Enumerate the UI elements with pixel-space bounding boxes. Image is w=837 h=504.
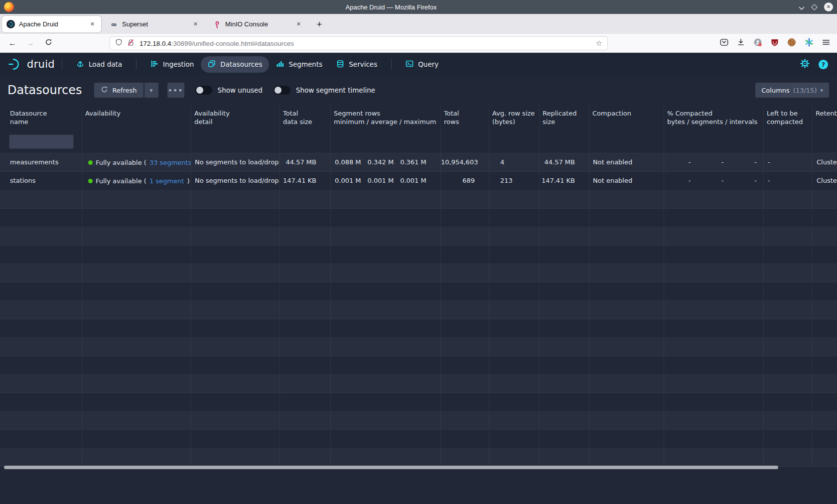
- segments-link[interactable]: 33 segments: [149, 159, 191, 166]
- cell-replicated_size: [540, 375, 589, 392]
- column-header-retention[interactable]: Retention: [813, 105, 837, 130]
- url-bar[interactable]: 172.18.0.4:30899/unified-console.html#da…: [110, 36, 608, 50]
- cell-retention: [813, 430, 837, 448]
- cell-availability_detail: [191, 448, 280, 466]
- insecure-lock-icon[interactable]: [127, 39, 135, 48]
- table-row-empty: [0, 393, 837, 411]
- header-line1: Replicated: [543, 109, 586, 118]
- url-text[interactable]: 172.18.0.4:30899/unified-console.html#da…: [140, 40, 596, 47]
- show-unused-label: Show unused: [218, 86, 263, 94]
- colorful-extension-icon[interactable]: [805, 38, 814, 49]
- value: -: [730, 172, 763, 190]
- column-header-datasource[interactable]: Datasourcename: [0, 105, 82, 130]
- column-header-compaction[interactable]: Compaction: [589, 105, 664, 130]
- cell-segment_rows: [331, 246, 441, 263]
- cell-availability_detail: [191, 411, 280, 429]
- column-header-availability[interactable]: Availability: [82, 105, 191, 130]
- help-icon[interactable]: ?: [819, 60, 828, 69]
- ublock-origin-icon[interactable]: [771, 38, 779, 49]
- header-line2: rows: [444, 118, 486, 126]
- more-actions-button[interactable]: •••: [167, 83, 184, 98]
- refresh-dropdown-button[interactable]: ▾: [144, 83, 158, 98]
- downloads-icon[interactable]: [737, 38, 745, 48]
- column-header--compacted[interactable]: % Compactedbytes / segments / intervals: [664, 105, 764, 130]
- table-row-empty: [0, 356, 837, 375]
- cell-availability: [82, 264, 191, 282]
- filter-cell: [331, 130, 441, 153]
- columns-count: (13/15): [793, 87, 817, 94]
- column-header-total[interactable]: Totalrows: [441, 105, 489, 130]
- tracking-shield-icon[interactable]: [115, 38, 123, 48]
- cell-replicated_size: [540, 227, 589, 245]
- cell-pct_compacted: [664, 264, 764, 282]
- cell-pct_compacted: [664, 338, 764, 356]
- segments-link[interactable]: 1 segment: [149, 177, 184, 185]
- tab-close-icon[interactable]: ✕: [294, 20, 303, 28]
- cell-segment_rows: [331, 356, 441, 374]
- cell-total_data_size: [280, 282, 331, 300]
- table-row-empty: [0, 301, 837, 319]
- bookmark-star-icon[interactable]: ☆: [596, 39, 602, 48]
- druid-logo[interactable]: druid: [7, 58, 55, 71]
- table-row[interactable]: measurementsFully available (33 segments…: [0, 153, 837, 172]
- nav-item-services[interactable]: Services: [329, 56, 384, 73]
- refresh-button[interactable]: Refresh: [94, 83, 143, 98]
- cell-segment_rows: [331, 227, 441, 245]
- header-line2: size: [543, 118, 586, 126]
- table-row[interactable]: stationsFully available (1 segment)No se…: [0, 172, 837, 190]
- cell-availability_detail: No segments to load/drop: [191, 153, 280, 171]
- tab-close-icon[interactable]: ✕: [88, 20, 97, 28]
- proxy-extension-icon[interactable]: [753, 38, 762, 49]
- nav-item-label: Datasources: [220, 60, 262, 68]
- table-filter-row: [0, 130, 837, 153]
- cell-availability_detail: [191, 227, 280, 245]
- nav-item-load-data[interactable]: Load data: [69, 56, 129, 73]
- cell-replicated_size: [540, 246, 589, 263]
- chevron-down-icon: ▾: [820, 87, 823, 94]
- cell-left_to_be_compacted: [764, 356, 813, 374]
- columns-button[interactable]: Columns (13/15) ▾: [755, 83, 829, 98]
- new-tab-button[interactable]: +: [312, 17, 326, 31]
- nav-item-query[interactable]: Query: [399, 56, 445, 73]
- window-maximize-icon[interactable]: [811, 4, 818, 10]
- tab-close-icon[interactable]: ✕: [191, 20, 200, 28]
- filter-cell: [280, 130, 331, 153]
- cell-availability_detail: [191, 301, 280, 319]
- refresh-icon: [101, 86, 108, 95]
- cell-compaction: [589, 227, 664, 245]
- show-unused-toggle[interactable]: [195, 86, 212, 95]
- reload-icon[interactable]: [41, 38, 56, 48]
- window-minimize-icon[interactable]: [799, 2, 805, 12]
- horizontal-scrollbar[interactable]: [4, 466, 778, 469]
- tab-apache-druid[interactable]: Apache Druid ✕: [2, 16, 101, 32]
- datasource-filter-input[interactable]: [9, 134, 74, 149]
- cell-compaction: Not enabled: [589, 153, 664, 171]
- nav-item-label: Segments: [288, 60, 322, 68]
- cookie-extension-icon[interactable]: [787, 38, 796, 49]
- column-header-total[interactable]: Totaldata size: [280, 105, 331, 130]
- tab-superset[interactable]: ∞ Superset ✕: [105, 16, 204, 32]
- column-header-left-to-be[interactable]: Left to becompacted: [764, 105, 813, 130]
- column-header-replicated[interactable]: Replicatedsize: [540, 105, 589, 130]
- cell-availability: Fully available (1 segment): [82, 172, 191, 190]
- back-icon[interactable]: ←: [5, 39, 20, 48]
- nav-item-datasources[interactable]: Datasources: [201, 56, 269, 73]
- nav-item-segments[interactable]: Segments: [269, 56, 329, 73]
- window-close-icon[interactable]: ✕: [824, 2, 833, 11]
- show-segment-timeline-toggle[interactable]: [274, 86, 290, 95]
- column-header-avg-row-size[interactable]: Avg. row size(bytes): [489, 105, 540, 130]
- cell-total_data_size: [280, 411, 331, 429]
- cell-pct_compacted: [664, 319, 764, 337]
- pocket-icon[interactable]: [720, 38, 728, 48]
- cell-left_to_be_compacted: [764, 282, 813, 300]
- cell-left_to_be_compacted: [764, 190, 813, 208]
- nav-item-ingestion[interactable]: Ingestion: [143, 56, 201, 73]
- settings-gear-icon[interactable]: [800, 59, 810, 70]
- tab-minio-console[interactable]: MinIO Console ✕: [208, 16, 307, 32]
- window-title: Apache Druid — Mozilla Firefox: [0, 3, 782, 11]
- column-header-availability[interactable]: Availabilitydetail: [191, 105, 280, 130]
- cell-pct_compacted: ---: [664, 153, 764, 171]
- show-segment-timeline-label: Show segment timeline: [296, 86, 375, 94]
- column-header-segment-rows[interactable]: Segment rowsminimum / average / maximum: [331, 105, 441, 130]
- menu-hamburger-icon[interactable]: [822, 39, 830, 48]
